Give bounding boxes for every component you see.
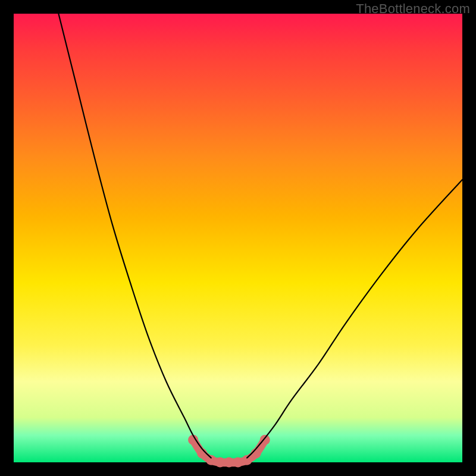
curve-plot <box>14 14 462 462</box>
watermark-text: TheBottleneck.com <box>356 1 470 17</box>
valley-dot <box>233 458 243 468</box>
valley-dot <box>215 458 225 468</box>
valley-dot <box>224 458 234 468</box>
valley-dots <box>188 435 270 468</box>
chart-gradient-area <box>14 14 462 462</box>
left-curve <box>58 14 211 458</box>
valley-dot <box>242 455 252 465</box>
valley-dot <box>206 455 216 465</box>
right-curve <box>247 180 462 458</box>
